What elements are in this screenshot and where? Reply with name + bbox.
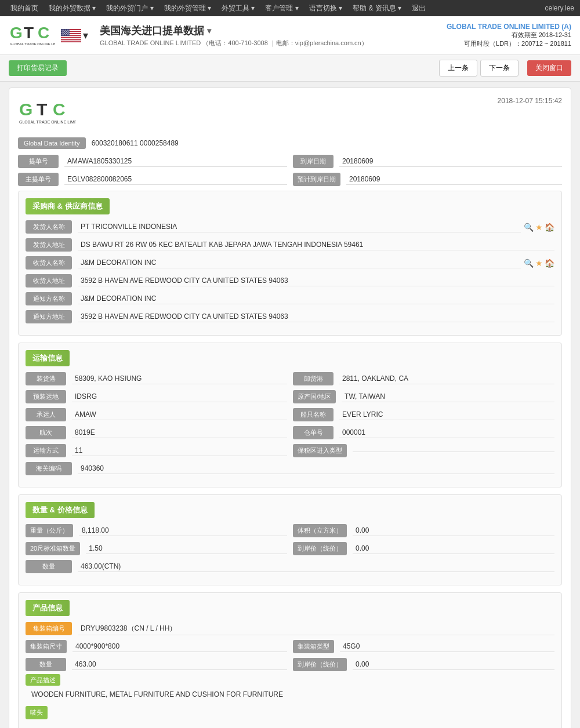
preload-label: 预装运地 — [26, 390, 66, 403]
unit-price-value: 0.00 — [353, 543, 554, 554]
title-dropdown-icon[interactable]: ▾ — [207, 26, 211, 35]
voyage-value: 8019E — [72, 427, 287, 438]
consignee-addr-label: 收货人地址 — [26, 274, 72, 287]
svg-point-24 — [65, 32, 66, 33]
shipper-name-value: PT TRICONVILLE INDONESIA — [78, 221, 521, 232]
qty-row: 数量 463.00(CTN) — [26, 560, 554, 573]
prev-button-top[interactable]: 上一条 — [439, 60, 477, 77]
svg-text:T: T — [24, 24, 34, 42]
buyer-supplier-section: 采购商 & 供应商信息 发货人名称 PT TRICONVILLE INDONES… — [18, 191, 562, 336]
shipper-home-icon[interactable]: 🏠 — [545, 223, 554, 232]
load-port-col: 装货港 58309, KAO HSIUNG — [26, 372, 287, 385]
shipper-addr-label: 发货人地址 — [26, 238, 72, 252]
next-button-top[interactable]: 下一条 — [480, 60, 519, 77]
product-desc-value: WOODEN FURNITURE, METAL FURNITURE AND CU… — [26, 687, 554, 701]
vessel-col: 船只名称 EVER LYRIC — [293, 408, 554, 421]
svg-point-14 — [63, 30, 64, 31]
title-text: 美国海关进口提单数据 — [100, 24, 204, 38]
close-button-top[interactable]: 关闭窗口 — [527, 60, 571, 76]
nav-portal[interactable]: 我的外贸门户 ▾ — [102, 1, 158, 16]
svg-point-21 — [68, 31, 69, 32]
svg-point-32 — [63, 34, 64, 35]
flag-dropdown-icon[interactable]: ▾ — [83, 29, 88, 42]
teu-price-row: 20尺标准箱数量 1.50 到岸价（统价） 0.00 — [26, 542, 554, 555]
svg-point-30 — [68, 33, 69, 34]
page-header: G T C GLOBAL TRADE ONLINE LIMITED — [0, 16, 580, 55]
nav-tools[interactable]: 外贸工具 ▾ — [217, 1, 259, 16]
shipper-addr-row: 发货人地址 DS BAWU RT 26 RW 05 KEC BATEALIT K… — [26, 238, 554, 252]
svg-point-23 — [63, 32, 64, 33]
nav-trade-data[interactable]: 我的外贸数据 ▾ — [44, 1, 100, 16]
product-header: 产品信息 — [26, 600, 70, 616]
teu-value: 1.50 — [86, 543, 287, 554]
svg-point-17 — [68, 30, 70, 31]
global-data-id-value: 600320180611 0000258489 — [92, 139, 179, 147]
svg-point-35 — [68, 34, 70, 35]
transport-bonded-row: 运输方式 11 保税区进入类型 — [26, 444, 554, 457]
container-size-type-row: 集装箱尺寸 4000*900*800 集装箱类型 45G0 — [26, 640, 554, 653]
main-content: G T C GLOBAL TRADE ONLINE LIMITED 2018-1… — [0, 82, 580, 728]
qty-label: 数量 — [26, 560, 72, 573]
mark-block: 唛头 AS ADDRESSED — [26, 706, 554, 728]
shipper-search-icon[interactable]: 🔍 — [524, 223, 534, 232]
header-subtitle: GLOBAL TRADE ONLINE LIMITED （电话：400-710-… — [100, 39, 447, 48]
notify-addr-value: 3592 B HAVEN AVE REDWOOD CITY CA UNITED … — [78, 311, 554, 322]
voyage-manifest-row: 航次 8019E 仓单号 000001 — [26, 426, 554, 439]
svg-text:C: C — [38, 24, 49, 42]
arrival-date-label: 到岸日期 — [293, 155, 334, 168]
weight-col: 重量（公斤） 8,118.00 — [26, 524, 287, 537]
svg-point-19 — [64, 31, 66, 32]
manifest-col: 仓单号 000001 — [293, 426, 554, 439]
consignee-addr-value: 3592 B HAVEN AVE REDWOOD CITY CA UNITED … — [78, 275, 554, 286]
nav-crm[interactable]: 客户管理 ▾ — [260, 1, 303, 16]
nav-home[interactable]: 我的首页 — [6, 1, 43, 16]
nav-logout[interactable]: 退出 — [407, 1, 430, 16]
preload-origin-row: 预装运地 IDSRG 原产国/地区 TW, TAIWAN — [26, 390, 554, 403]
svg-text:G: G — [19, 100, 32, 119]
global-data-id-label: Global Data Identity — [18, 137, 86, 149]
gtc-logo: G T C GLOBAL TRADE ONLINE LIMITED — [9, 21, 55, 50]
nav-language[interactable]: 语言切换 ▾ — [304, 1, 347, 16]
mark-label: 唛头 — [26, 706, 48, 719]
shipper-star-icon[interactable]: ★ — [535, 223, 543, 232]
svg-text:GLOBAL TRADE ONLINE LIMITED: GLOBAL TRADE ONLINE LIMITED — [10, 42, 55, 46]
svg-point-29 — [66, 33, 67, 34]
teu-label: 20尺标准箱数量 — [26, 542, 80, 555]
consignee-home-icon[interactable]: 🏠 — [545, 259, 554, 268]
notify-name-value: J&M DECORATION INC — [78, 293, 554, 304]
carrier-label: 承运人 — [26, 408, 66, 421]
bonded-col: 保税区进入类型 — [293, 444, 554, 457]
consignee-name-value: J&M DECORATION INC — [78, 257, 521, 268]
product-desc-label: 产品描述 — [26, 674, 60, 686]
nav-help[interactable]: 帮助 & 资讯息 ▾ — [348, 1, 406, 16]
origin-label: 原产国/地区 — [293, 390, 336, 403]
us-flag-icon — [61, 29, 81, 42]
logo-area: G T C GLOBAL TRADE ONLINE LIMITED — [9, 21, 55, 50]
svg-point-15 — [65, 30, 66, 31]
phone-number: 电话：400-710-3008 — [209, 39, 268, 46]
unload-port-col: 卸货港 2811, OAKLAND, CA — [293, 372, 554, 385]
master-bill-value: EGLV082800082065 — [64, 174, 287, 185]
detail-card: G T C GLOBAL TRADE ONLINE LIMITED 2018-1… — [9, 88, 571, 728]
planned-arrival-label: 预计到岸日期 — [293, 173, 340, 186]
prod-qty-col: 数量 463.00 — [26, 658, 287, 671]
consignee-search-icon[interactable]: 🔍 — [524, 259, 534, 268]
load-port-label: 装货港 — [26, 372, 66, 385]
prod-price-label: 到岸价（统价） — [293, 658, 347, 671]
quantity-section: 数量 & 价格信息 重量（公斤） 8,118.00 体积（立方米） 0.00 2… — [18, 494, 562, 585]
mark-value: AS ADDRESSED — [26, 725, 554, 728]
svg-point-25 — [67, 32, 68, 33]
svg-point-20 — [66, 31, 67, 32]
consignee-addr-row: 收货人地址 3592 B HAVEN AVE REDWOOD CITY CA U… — [26, 274, 554, 287]
preload-value: IDSRG — [72, 391, 287, 402]
load-port-value: 58309, KAO HSIUNG — [72, 373, 287, 384]
svg-point-22 — [61, 32, 63, 33]
nav-manage[interactable]: 我的外贸管理 ▾ — [160, 1, 216, 16]
consignee-star-icon[interactable]: ★ — [535, 259, 543, 268]
bonded-value — [353, 449, 554, 452]
prod-price-value: 0.00 — [353, 659, 554, 670]
hs-code-value: 940360 — [78, 463, 554, 474]
consignee-name-label: 收货人名称 — [26, 256, 72, 270]
print-button-top[interactable]: 打印货易记录 — [9, 60, 67, 76]
svg-point-28 — [64, 33, 66, 34]
